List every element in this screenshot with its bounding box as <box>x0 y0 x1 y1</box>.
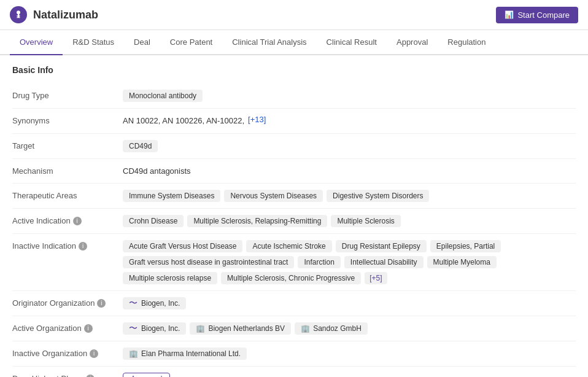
drug-highest-phase-label: Drug Highest Phase i <box>12 373 123 377</box>
drug-highest-phase-value: Approved <box>123 373 576 377</box>
target-value: CD49d <box>123 140 576 152</box>
therapeutic-areas-row: Therapeutic Areas Immune System Diseases… <box>12 184 576 209</box>
active-indication-label: Active Indication i <box>12 215 123 225</box>
mechanism-value: CD49d antagonists <box>123 165 576 177</box>
active-indication-tag-2: Multiple Sclerosis, Relapsing-Remitting <box>187 215 327 227</box>
tab-clinical-trial-analysis[interactable]: Clinical Trial Analysis <box>222 30 316 55</box>
tab-core-patent[interactable]: Core Patent <box>160 30 222 55</box>
inactive-org-tag-1: 🏢 Elan Pharma International Ltd. <box>123 348 247 360</box>
drug-highest-phase-info-icon[interactable]: i <box>86 375 95 378</box>
inactive-tag-6: Infarction <box>298 256 340 268</box>
drug-name: Natalizumab <box>33 9 98 21</box>
therapeutic-tag-1: Immune System Diseases <box>123 190 220 202</box>
therapeutic-tag-2: Nervous System Diseases <box>224 190 323 202</box>
active-org-info-icon[interactable]: i <box>84 324 93 333</box>
inactive-tag-8: Multiple Myeloma <box>427 256 497 268</box>
drug-type-tag: Monoclonal antibody <box>123 90 203 102</box>
inactive-tag-4: Epilepsies, Partial <box>430 240 501 252</box>
biogen-wave-icon: 〜 <box>129 299 137 308</box>
target-tag: CD49d <box>123 140 158 152</box>
compare-icon: 📊 <box>505 10 514 19</box>
mechanism-label: Mechanism <box>12 165 123 176</box>
inactive-indication-row: Inactive Indication i Acute Graft Versus… <box>12 234 576 291</box>
synonyms-more-link[interactable]: [+13] <box>248 115 266 124</box>
biogen-wave-icon-2: 〜 <box>129 324 137 333</box>
section-title: Basic Info <box>12 65 576 75</box>
inactive-indication-info-icon[interactable]: i <box>79 242 87 251</box>
therapeutic-tag-3: Digestive System Disorders <box>327 190 429 202</box>
synonyms-value: AN 10022, AN 100226, AN-10022, [+13] <box>123 115 576 127</box>
content: Basic Info Drug Type Monoclonal antibody… <box>0 55 588 377</box>
drug-type-row: Drug Type Monoclonal antibody <box>12 84 576 109</box>
originator-org-value: 〜 Biogen, Inc. <box>123 297 576 309</box>
active-org-row: Active Organization i 〜 Biogen, Inc. 🏢 B… <box>12 316 576 341</box>
tab-deal[interactable]: Deal <box>124 30 160 55</box>
inactive-tag-10: Multiple Sclerosis, Chronic Progressive <box>221 272 361 284</box>
tab-overview[interactable]: Overview <box>10 30 63 55</box>
target-label: Target <box>12 140 123 150</box>
synonyms-text: AN 10022, AN 100226, AN-10022, <box>123 115 244 127</box>
active-indication-value: Crohn Disease Multiple Sclerosis, Relaps… <box>123 215 576 227</box>
tab-rd-status[interactable]: R&D Status <box>63 30 124 55</box>
tab-approval[interactable]: Approval <box>387 30 438 55</box>
originator-org-row: Originator Organization i 〜 Biogen, Inc. <box>12 291 576 316</box>
header: Natalizumab 📊 Start Compare <box>0 0 588 30</box>
building-icon-2: 🏢 <box>301 324 309 333</box>
inactive-org-row: Inactive Organization i 🏢 Elan Pharma In… <box>12 341 576 367</box>
therapeutic-areas-value: Immune System Diseases Nervous System Di… <box>123 190 576 202</box>
inactive-tag-2: Acute Ischemic Stroke <box>246 240 331 252</box>
inactive-tag-7: Intellectual Disability <box>344 256 424 268</box>
active-indication-info-icon[interactable]: i <box>73 217 82 225</box>
tab-clinical-result[interactable]: Clinical Result <box>317 30 387 55</box>
drug-icon <box>10 6 27 23</box>
target-row: Target CD49d <box>12 134 576 159</box>
building-icon-1: 🏢 <box>196 324 204 333</box>
inactive-indication-label: Inactive Indication i <box>12 240 123 251</box>
inactive-org-info-icon[interactable]: i <box>90 349 98 358</box>
originator-org-tag-1: 〜 Biogen, Inc. <box>123 297 186 309</box>
inactive-indication-value: Acute Graft Versus Host Disease Acute Is… <box>123 240 576 284</box>
nav-tabs: Overview R&D Status Deal Core Patent Cli… <box>0 30 588 55</box>
drug-type-label: Drug Type <box>12 90 123 100</box>
start-compare-button[interactable]: 📊 Start Compare <box>496 7 578 23</box>
therapeutic-areas-label: Therapeutic Areas <box>12 190 123 200</box>
inactive-tag-5: Graft versus host disease in gastrointes… <box>123 256 294 268</box>
inactive-org-value: 🏢 Elan Pharma International Ltd. <box>123 348 576 360</box>
inactive-org-label: Inactive Organization i <box>12 348 123 358</box>
drug-type-value: Monoclonal antibody <box>123 90 576 102</box>
building-icon-3: 🏢 <box>129 349 137 358</box>
active-indication-row: Active Indication i Crohn Disease Multip… <box>12 209 576 234</box>
active-indication-tag-1: Crohn Disease <box>123 215 184 227</box>
originator-org-info-icon[interactable]: i <box>97 299 106 308</box>
drug-highest-phase-row: Drug Highest Phase i Approved <box>12 367 576 377</box>
mechanism-text: CD49d antagonists <box>123 165 191 177</box>
synonyms-label: Synonyms <box>12 115 123 125</box>
active-org-tag-2: 🏢 Biogen Netherlands BV <box>190 322 291 335</box>
tab-regulation[interactable]: Regulation <box>438 30 495 55</box>
start-compare-label: Start Compare <box>517 10 570 20</box>
inactive-tag-1: Acute Graft Versus Host Disease <box>123 240 242 252</box>
header-left: Natalizumab <box>10 6 98 23</box>
originator-org-label: Originator Organization i <box>12 297 123 308</box>
active-org-tag-1: 〜 Biogen, Inc. <box>123 322 186 335</box>
mechanism-row: Mechanism CD49d antagonists <box>12 159 576 184</box>
active-indication-tag-3: Multiple Sclerosis <box>331 215 400 227</box>
approved-badge: Approved <box>123 373 170 377</box>
active-org-tag-3: 🏢 Sandoz GmbH <box>295 322 368 335</box>
synonyms-row: Synonyms AN 10022, AN 100226, AN-10022, … <box>12 109 576 134</box>
inactive-tag-9: Multiple sclerosis relapse <box>123 272 217 284</box>
inactive-tag-3: Drug Resistant Epilepsy <box>336 240 427 252</box>
active-org-value: 〜 Biogen, Inc. 🏢 Biogen Netherlands BV 🏢… <box>123 322 576 335</box>
inactive-more-link[interactable]: [+5] <box>365 272 387 284</box>
active-org-label: Active Organization i <box>12 322 123 333</box>
